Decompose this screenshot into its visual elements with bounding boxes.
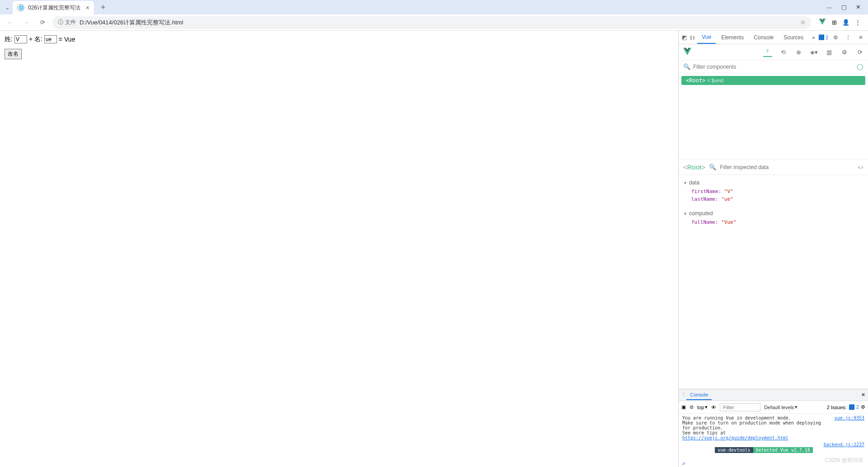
- tab-elements[interactable]: Elements: [717, 32, 748, 43]
- routes-icon[interactable]: ◈▾: [809, 48, 818, 57]
- profile-icon[interactable]: 👤: [842, 19, 849, 26]
- perf-icon[interactable]: ▥: [825, 48, 834, 57]
- vue-extension-icon[interactable]: [818, 18, 826, 27]
- root-label: <Root>: [686, 77, 705, 84]
- close-devtools-icon[interactable]: ✕: [855, 32, 866, 43]
- watermark: CSDN @郑纬亦: [825, 457, 863, 464]
- devtools-panel: ◩ ⫿⫾ Vue Elements Console Sources » 🟦 2 …: [678, 31, 868, 467]
- log-source-link[interactable]: backend.js:2237: [824, 442, 864, 458]
- vue-logo-icon: [682, 47, 694, 58]
- code-icon[interactable]: <>: [858, 165, 863, 170]
- devtools-tabs: ◩ ⫿⫾ Vue Elements Console Sources » 🟦 2 …: [679, 31, 868, 44]
- browser-tab[interactable]: 🌐 026计算属性完整写法 ×: [13, 1, 94, 14]
- clear-console-icon[interactable]: ⊘: [690, 404, 694, 410]
- address-bar[interactable]: ⓘ 文件 D:/Vue/0414/026计算属性完整写法.html ☆: [52, 16, 811, 29]
- log-link[interactable]: https://vuejs.org/guide/deployment.html: [682, 435, 788, 440]
- inspector-title: <Root>: [683, 163, 705, 171]
- tab-dropdown-icon[interactable]: ⌄: [2, 2, 13, 13]
- result-text: Vue: [64, 36, 75, 43]
- context-selector[interactable]: top ▾: [697, 404, 708, 410]
- log-levels-selector[interactable]: Default levels ▾: [764, 404, 798, 410]
- file-info-icon: ⓘ 文件: [58, 19, 76, 26]
- titlebar: ⌄ 🌐 026计算属性完整写法 × + — ▢ ✕: [0, 0, 868, 14]
- extensions-icon[interactable]: ⊞: [832, 19, 837, 26]
- root-eq: = $vm0: [707, 78, 723, 83]
- computed-section-header[interactable]: computed: [683, 208, 863, 218]
- search-icon: 🔍: [683, 63, 690, 70]
- log-message: vue-devtoolsDetected Vue v2.7.16: [682, 442, 820, 458]
- data-prop: lastName: "ue": [683, 195, 863, 203]
- tab-vue[interactable]: Vue: [697, 31, 716, 44]
- surname-input[interactable]: [14, 35, 27, 43]
- url-text: D:/Vue/0414/026计算属性完整写法.html: [80, 19, 183, 27]
- tab-sources[interactable]: Sources: [779, 32, 808, 43]
- window-controls: — ▢ ✕: [826, 4, 866, 11]
- filter-data-input[interactable]: [720, 164, 854, 170]
- component-filter: 🔍 ◯: [679, 61, 868, 73]
- console-drawer: ⋮ Console ✕ ▣ ⊘ top ▾ 👁 Default levels ▾…: [679, 389, 868, 467]
- more-menu-icon[interactable]: ⋮: [843, 32, 854, 43]
- tab-console[interactable]: Console: [749, 32, 778, 43]
- timeline-icon[interactable]: ⟲: [779, 48, 788, 57]
- close-icon[interactable]: ×: [86, 4, 89, 11]
- page-content: 姓: + 名: = Vue 改名: [0, 31, 678, 467]
- eye-icon[interactable]: 👁: [711, 405, 716, 410]
- plus-label: + 名:: [29, 35, 42, 43]
- reload-button[interactable]: ⟳: [36, 16, 49, 29]
- filter-components-input[interactable]: [693, 64, 857, 70]
- target-icon[interactable]: ◯: [857, 63, 863, 70]
- vue-inspector: <Root> 🔍 <> data firstName: "V" lastName…: [679, 159, 868, 389]
- settings-icon[interactable]: ⚙: [830, 32, 841, 43]
- inspector-icon[interactable]: ⊗: [794, 48, 803, 57]
- close-window-icon[interactable]: ✕: [856, 4, 861, 11]
- log-message: You are running Vue in development mode.…: [682, 415, 831, 440]
- menu-icon[interactable]: ⋮: [855, 19, 861, 26]
- console-settings-icon[interactable]: ⚙: [861, 404, 865, 410]
- url-bar: ← → ⟳ ⓘ 文件 D:/Vue/0414/026计算属性完整写法.html …: [0, 14, 868, 31]
- forward-button[interactable]: →: [20, 16, 33, 29]
- data-prop: firstName: "V": [683, 188, 863, 195]
- maximize-icon[interactable]: ▢: [841, 4, 847, 11]
- issue-count-badge[interactable]: 🟦 2: [849, 404, 859, 410]
- vue-devtools-header: ⫯ ⟲ ⊗ ◈▾ ▥ ⚙ ⟳: [679, 44, 868, 61]
- given-input[interactable]: [44, 35, 57, 43]
- device-toggle-icon[interactable]: ⫿⫾: [689, 32, 697, 43]
- tab-title: 026计算属性完整写法: [28, 4, 80, 12]
- more-tabs-icon[interactable]: »: [810, 32, 817, 43]
- inspect-icon[interactable]: ◩: [680, 32, 688, 43]
- globe-icon: 🌐: [17, 4, 24, 11]
- log-source-link[interactable]: vue.js:9353: [835, 415, 864, 440]
- version-badge: Detected Vue v2.7.16: [753, 447, 813, 453]
- computed-prop: fullName: "Vue": [683, 218, 863, 226]
- component-tree: <Root> = $vm0: [679, 73, 868, 159]
- data-section-header[interactable]: data: [683, 178, 863, 188]
- rename-button[interactable]: 改名: [5, 49, 22, 59]
- console-tab[interactable]: Console: [686, 390, 712, 400]
- star-icon[interactable]: ☆: [800, 19, 806, 26]
- sidebar-toggle-icon[interactable]: ▣: [681, 404, 686, 410]
- back-button[interactable]: ←: [4, 16, 16, 29]
- close-drawer-icon[interactable]: ✕: [861, 392, 865, 398]
- surname-label: 姓:: [5, 35, 13, 43]
- search-icon: 🔍: [709, 164, 716, 170]
- root-component-node[interactable]: <Root> = $vm0: [681, 76, 865, 85]
- settings-vue-icon[interactable]: ⚙: [840, 48, 849, 57]
- issues-label: 2 Issues:: [827, 405, 847, 410]
- new-tab-button[interactable]: +: [97, 1, 109, 14]
- issues-badge[interactable]: 🟦 2: [818, 34, 828, 40]
- console-filter-input[interactable]: [720, 403, 760, 411]
- drawer-menu-icon[interactable]: ⋮: [681, 392, 686, 398]
- equals-label: =: [59, 36, 62, 43]
- devtools-badge: vue-devtools: [715, 447, 753, 453]
- components-tab-icon[interactable]: ⫯: [763, 48, 772, 57]
- minimize-icon[interactable]: —: [826, 4, 832, 11]
- refresh-vue-icon[interactable]: ⟳: [855, 48, 864, 57]
